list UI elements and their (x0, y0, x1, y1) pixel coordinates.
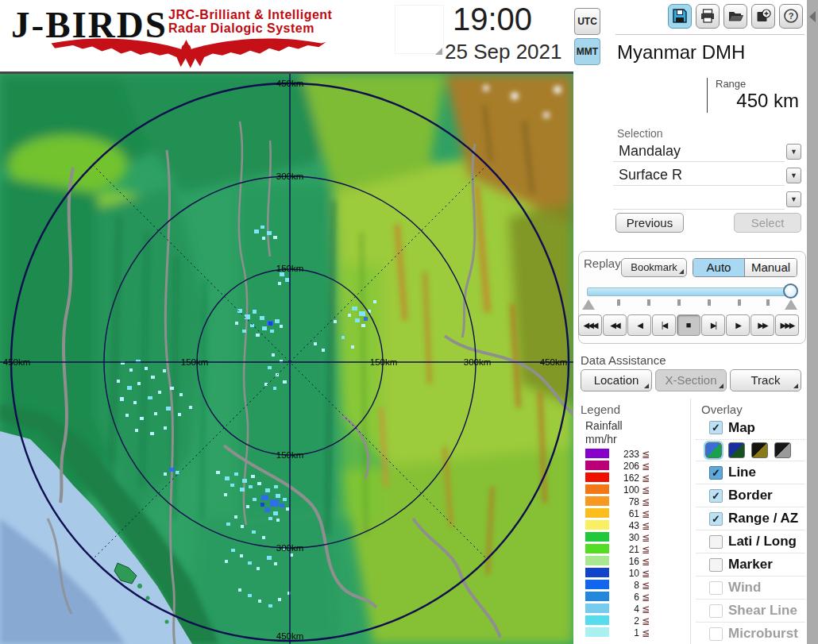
map-style-swatch-2[interactable] (728, 442, 745, 458)
fast-rewind-button[interactable]: ◀◀ (603, 314, 627, 336)
mmt-button[interactable]: MMT (574, 38, 600, 65)
rain-echo (245, 314, 250, 319)
map-style-swatch-1[interactable] (705, 442, 722, 458)
stop-button[interactable]: ■ (677, 314, 700, 336)
rain-echo (257, 482, 261, 485)
rain-echo (260, 226, 264, 229)
fast-forward-button[interactable]: ▶▶ (750, 314, 774, 336)
clock-time: 19:00 (453, 2, 570, 37)
auto-mode-button[interactable]: Auto (693, 259, 745, 276)
rain-echo (224, 493, 227, 496)
rain-echo (120, 397, 124, 401)
rain-echo (164, 472, 167, 476)
legend-row: 43≦ (581, 519, 657, 531)
selection-label: Selection (617, 127, 663, 140)
rain-echo (267, 556, 272, 560)
site-dropdown[interactable]: Mandalay (613, 141, 785, 162)
resize-grip-icon[interactable] (435, 48, 442, 55)
site-dropdown-arrow[interactable]: ▼ (786, 144, 801, 160)
legend-title-line1: Rainfall (585, 419, 623, 432)
step-back-button[interactable]: |◀ (652, 314, 676, 336)
range-ring-label: 450km (276, 631, 304, 641)
overlay-checkbox-marker[interactable] (709, 558, 723, 572)
play-reverse-button[interactable]: ◀ (627, 314, 651, 336)
fastest-forward-button[interactable]: ▶▶▶ (775, 314, 799, 336)
less-equal-symbol: ≦ (642, 496, 650, 507)
play-button[interactable]: ▶ (726, 314, 750, 336)
legend-value: 61 (612, 508, 639, 519)
legend-row: 1≦ (581, 627, 657, 638)
overlay-checkbox-border[interactable]: ✓ (709, 489, 723, 503)
range-ring-label: 450km (540, 357, 568, 367)
product-dropdown[interactable]: Surface R (613, 165, 785, 186)
less-equal-symbol: ≦ (642, 615, 650, 627)
previous-button[interactable]: Previous (615, 213, 684, 233)
rain-echo (230, 484, 234, 487)
print-button[interactable] (696, 4, 720, 29)
overlay-row: Lati / Long (696, 530, 805, 553)
overlay-row: ✓Map (696, 416, 805, 439)
overlay-checkbox-range-az[interactable]: ✓ (709, 512, 723, 526)
slider-range-start-marker[interactable] (582, 299, 595, 310)
map-style-swatch-4[interactable] (774, 442, 791, 458)
step-forward-button[interactable]: ▶| (701, 314, 725, 336)
rain-echo (135, 429, 138, 432)
less-equal-symbol: ≦ (642, 472, 650, 484)
rain-echo (151, 376, 155, 379)
location-button[interactable]: Location (581, 369, 652, 391)
snapshot-button[interactable] (751, 4, 775, 29)
xsection-button[interactable]: X-Section (655, 369, 727, 391)
overlay-option-label: Marker (728, 557, 773, 573)
legend-row: 16≦ (581, 555, 657, 567)
rain-echo (158, 391, 161, 394)
fastest-rewind-button[interactable]: ◀◀◀ (578, 314, 602, 336)
manual-mode-button[interactable]: Manual (745, 259, 797, 276)
rain-echo (234, 472, 238, 476)
option-dropdown[interactable] (613, 189, 785, 210)
rain-echo (272, 353, 275, 357)
less-equal-symbol: ≦ (642, 556, 650, 567)
rain-echo (268, 366, 272, 369)
overlay-checkbox-lati-long[interactable] (709, 535, 723, 549)
rain-echo (278, 282, 281, 285)
replay-slider-track[interactable] (587, 287, 796, 296)
legend-value: 100 (612, 484, 639, 496)
utc-button[interactable]: UTC (574, 8, 600, 35)
legend-row: 78≦ (581, 496, 657, 507)
range-ring-label: 150km (181, 357, 209, 367)
rain-echo (258, 600, 261, 603)
rain-echo (355, 318, 360, 322)
rain-echo (129, 368, 133, 372)
slider-range-end-marker[interactable] (785, 299, 797, 310)
overlay-checkbox-map[interactable]: ✓ (709, 421, 723, 434)
range-label: Range (716, 78, 746, 90)
replay-slider-handle[interactable] (783, 283, 798, 299)
panel-collapse-arrow-icon[interactable] (809, 11, 816, 22)
rain-echo (260, 316, 264, 320)
less-equal-symbol: ≦ (642, 544, 650, 555)
rain-echo (280, 503, 284, 507)
track-button[interactable]: Track (730, 369, 801, 391)
rain-echo (150, 432, 154, 435)
range-ring-label: 150km (276, 450, 304, 460)
legend-row: 4≦ (581, 603, 657, 615)
overlay-option-label: Border (728, 488, 773, 503)
rain-echo (133, 401, 137, 404)
legend-color-swatch (585, 627, 609, 637)
rain-echo (248, 594, 252, 597)
rain-echo (260, 503, 264, 507)
help-button[interactable]: ? (779, 4, 803, 29)
open-button[interactable] (723, 4, 747, 29)
bookmark-button[interactable]: Bookmark (621, 258, 687, 277)
save-button[interactable] (668, 4, 692, 29)
product-dropdown-arrow[interactable]: ▼ (786, 168, 801, 183)
rain-echo (262, 536, 265, 539)
rain-echo (268, 604, 272, 607)
map-style-swatch-3[interactable] (751, 442, 768, 458)
radar-map[interactable]: 450km300km150km150km300km450km450km150km… (0, 74, 573, 644)
rain-echo (273, 387, 276, 390)
option-dropdown-arrow[interactable]: ▼ (786, 191, 801, 207)
overlay-checkbox-line[interactable]: ✓ (709, 466, 723, 480)
overlay-option-label: Map (728, 420, 755, 436)
overlay-option-label: Shear Line (728, 603, 797, 619)
